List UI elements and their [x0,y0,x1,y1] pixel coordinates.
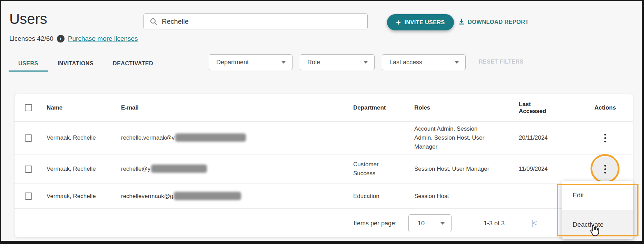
invite-users-label: INVITE USERS [405,19,445,26]
email-redacted-blur [175,133,246,142]
users-admin-screen: Users Licenses 42/60 i Purchase more lic… [0,0,644,244]
download-report-button[interactable]: DOWNLOAD REPORT [458,18,529,25]
users-table-card: Name E-mail Department Roles Last Access… [14,94,633,238]
plus-icon: + [396,18,401,27]
email-redacted-blur [151,165,207,173]
info-icon[interactable]: i [57,35,65,43]
search-icon [149,17,158,26]
invite-users-button[interactable]: + INVITE USERS [387,14,454,30]
user-name: Vermaak, Rechelle [47,165,121,173]
page-title: Users [9,11,47,27]
department-filter-label: Department [216,59,249,66]
user-roles: Account Admin, Session Admin, Session Ho… [414,124,492,151]
items-per-page-select[interactable]: 10 [408,214,452,232]
email-visible-text: rechellevermaak@g [121,193,173,199]
items-per-page-value: 10 [418,220,425,227]
tab-invitations[interactable]: INVITATIONS [48,56,103,72]
user-email: rechellevermaak@g [121,192,353,201]
download-icon [458,18,465,25]
column-header-actions: Actions [577,104,633,111]
user-last-accessed: 11/09/2024 [519,165,577,173]
search-box[interactable] [143,13,368,29]
reset-filters-button[interactable]: RESET FILTERS [479,59,524,65]
column-header-department: Department [353,104,414,111]
chevron-down-icon [281,61,286,64]
table-row: Vermaak, Rechelle rechellevermaak@g Educ… [14,184,633,209]
licenses-count: Licenses 42/60 [9,35,53,43]
first-page-icon[interactable]: |< [531,219,536,228]
download-report-label: DOWNLOAD REPORT [468,19,529,25]
column-header-roles: Roles [414,104,519,111]
menu-item-deactivate[interactable]: Deactivate [562,210,633,239]
search-input[interactable] [162,18,362,26]
column-header-last-accessed: Last Accessed [519,101,552,115]
user-name: Vermaak, Rechelle [47,192,121,201]
email-visible-text: rechelle@y [121,166,150,172]
user-roles: Session Host [414,192,519,201]
table-row: Vermaak, Rechelle rechelle@y Customer Su… [14,154,633,184]
chevron-down-icon [454,61,459,64]
user-roles: Session Host, User Manager [414,165,519,173]
licenses-row: Licenses 42/60 i Purchase more licenses [9,35,138,43]
pagination-range-label: 1-3 of 3 [484,220,505,227]
row-checkbox[interactable] [25,134,32,142]
role-filter-dropdown[interactable]: Role [300,54,375,70]
column-header-name: Name [47,104,121,111]
column-header-email: E-mail [121,104,353,111]
user-name: Vermaak, Rechelle [47,133,121,142]
table-header-row: Name E-mail Department Roles Last Access… [14,94,633,122]
user-last-accessed: 20/11/2024 [519,133,577,142]
tab-deactivated[interactable]: DEACTIVATED [103,56,163,72]
tab-bar: USERS INVITATIONS DEACTIVATED [9,56,163,72]
items-per-page-label: Items per page: [354,220,397,227]
row-checkbox[interactable] [25,166,32,173]
chevron-down-icon [440,222,445,225]
row-checkbox[interactable] [25,193,32,200]
select-all-checkbox[interactable] [25,104,32,111]
tab-users[interactable]: USERS [9,56,48,72]
department-filter-dropdown[interactable]: Department [209,54,293,70]
pagination-bar: Items per page: 10 1-3 of 3 |< [14,209,633,238]
purchase-more-licenses-link[interactable]: Purchase more licenses [68,35,138,43]
user-department: Education [353,192,414,201]
email-redacted-blur [174,192,241,200]
table-row: Vermaak, Rechelle rechelle.vermaak@v Acc… [14,122,633,154]
row-actions-kebab-icon [604,165,606,173]
chevron-down-icon [363,61,368,64]
row-actions-context-menu: Edit Deactivate [562,181,633,239]
user-email: rechelle.vermaak@v [121,133,353,142]
role-filter-label: Role [307,59,320,66]
last-access-filter-dropdown[interactable]: Last access [382,54,466,70]
email-visible-text: rechelle.vermaak@v [121,134,175,141]
row-actions-kebab-icon[interactable] [604,134,606,142]
user-department: Customer Success [353,160,395,178]
last-access-filter-label: Last access [389,59,422,66]
menu-item-edit[interactable]: Edit [562,181,633,210]
user-email: rechelle@y [121,165,353,173]
row-actions-kebab-button-active[interactable] [593,157,618,181]
